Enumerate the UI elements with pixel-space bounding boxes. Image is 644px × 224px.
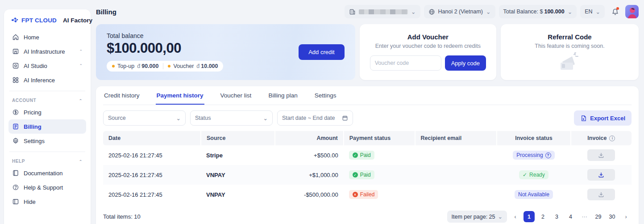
sidebar-item-label: Documentation	[24, 170, 83, 177]
table-row: 2025-02-16 21:27:45 VNPAY +$1,000.00 ✓ P…	[103, 165, 632, 185]
cell-amount: +$1,000.00	[275, 165, 344, 185]
page-button-2[interactable]: 2	[537, 211, 548, 222]
invoice-header-label: Invoice	[587, 135, 607, 141]
sidebar-item-ai-infrastructure[interactable]: AI Infrastructure ⌃	[8, 44, 86, 59]
tab-billing-plan[interactable]: Billing plan	[267, 86, 298, 105]
status-filter-select[interactable]: Status ⌄	[190, 110, 273, 126]
chevron-down-icon: ⌄	[176, 115, 181, 122]
notifications-button[interactable]	[608, 5, 622, 18]
sidebar-item-settings[interactable]: Settings	[8, 134, 86, 148]
sidebar-item-pricing[interactable]: Pricing	[8, 105, 86, 119]
cell-recipient-email	[415, 185, 497, 204]
download-icon	[598, 172, 604, 178]
previous-page-button[interactable]: ‹	[510, 211, 521, 222]
sidebar-item-home[interactable]: Home	[8, 30, 86, 44]
inference-icon	[12, 76, 19, 84]
organization-icon	[349, 8, 356, 15]
add-credit-button[interactable]: Add credit	[299, 44, 345, 60]
divider	[163, 63, 163, 69]
voucher-card-title: Add Voucher	[369, 33, 487, 41]
divider	[9, 91, 85, 91]
page-button-4[interactable]: 4	[565, 211, 576, 222]
status-badge: ✓ Paid	[349, 170, 374, 179]
help-circle-icon	[12, 184, 19, 191]
total-balance-card: Total balance $100.000,00 Top-up đ 90.00…	[96, 24, 355, 80]
download-invoice-button[interactable]	[587, 169, 615, 181]
items-per-page-select[interactable]: Item per page: 25 ⌄	[447, 211, 507, 223]
divider	[9, 152, 85, 152]
chevron-up-icon[interactable]: ⌃	[79, 63, 83, 68]
avatar[interactable]	[625, 5, 639, 18]
invoice-status-badge: Not Available	[515, 190, 553, 199]
next-page-button[interactable]: ›	[620, 211, 632, 222]
top-bar-controls: ⌄ Hanoi 2 (Vietnam) ⌄ Total Balance: $ 1…	[345, 5, 639, 18]
sidebar-item-help-support[interactable]: Help & Support	[8, 180, 86, 194]
total-balance-selector[interactable]: Total Balance: $ 100.000 ⌄	[499, 5, 577, 18]
sidebar-item-hide[interactable]: Hide	[8, 194, 86, 209]
cell-amount: +$500.00	[275, 145, 344, 165]
studio-icon	[12, 62, 19, 69]
voucher-label: Voucher	[173, 63, 194, 69]
sidebar-item-label: Hide	[24, 199, 83, 205]
chevron-down-icon: ⌄	[498, 213, 503, 220]
billing-panel: Credit history Payment history Voucher l…	[96, 86, 639, 224]
page-button-3[interactable]: 3	[551, 211, 562, 222]
topup-label: Top-up	[117, 63, 134, 69]
calendar-icon	[342, 115, 348, 121]
pagination: Item per page: 25 ⌄ ‹ 1 2 3 4 ⋯ 29 30 ›	[447, 211, 632, 223]
language-selector[interactable]: EN ⌄	[580, 5, 605, 18]
tab-credit-history[interactable]: Credit history	[103, 86, 141, 105]
column-header-invoice: Invoice i	[571, 131, 632, 145]
page-button-29[interactable]: 29	[593, 211, 604, 222]
invoice-status-label: Processing	[516, 152, 543, 158]
page-button-30[interactable]: 30	[607, 211, 618, 222]
pagination-ellipsis[interactable]: ⋯	[579, 211, 590, 222]
column-header-amount: Amount	[275, 131, 344, 145]
status-filter-placeholder: Status	[195, 115, 263, 121]
download-icon	[598, 152, 604, 158]
cell-invoice	[571, 185, 632, 204]
source-filter-placeholder: Source	[108, 115, 176, 121]
sidebar-item-ai-studio[interactable]: AI Studio ⌃	[8, 59, 86, 73]
invoice-status-label: Not Available	[518, 191, 549, 198]
sidebar-section-account[interactable]: ACCOUNT ⌃	[8, 95, 86, 105]
app-logo: FPT CLOUD AI Factory	[8, 16, 86, 30]
balance-breakdown: Top-up đ 90.000 Voucher đ 10.000	[107, 61, 223, 72]
region-selector[interactable]: Hanoi 2 (Vietnam) ⌄	[424, 5, 495, 18]
sidebar-item-documentation[interactable]: Documentation	[8, 166, 86, 180]
apply-code-button[interactable]: Apply code	[445, 55, 486, 71]
referral-card-title: Referral Code	[510, 33, 630, 41]
page-button-1[interactable]: 1	[524, 211, 535, 222]
download-invoice-button[interactable]	[587, 149, 615, 161]
sidebar-item-label: Home	[24, 34, 83, 41]
source-filter-select[interactable]: Source ⌄	[103, 110, 186, 126]
date-range-picker[interactable]: Start date ~ End date	[277, 110, 353, 126]
tab-settings[interactable]: Settings	[314, 86, 337, 105]
question-circle-icon[interactable]: ?	[545, 152, 551, 158]
tab-payment-history[interactable]: Payment history	[156, 86, 204, 105]
top-bar: Billing ⌄ Hanoi 2 (Vietnam) ⌄ Total Bala…	[96, 0, 639, 23]
total-balance-value: 100.000	[544, 8, 564, 15]
sidebar-item-billing[interactable]: Billing	[8, 119, 86, 134]
voucher-breakdown: Voucher đ 10.000	[168, 63, 218, 69]
organization-selector[interactable]: ⌄	[345, 5, 420, 18]
chevron-down-icon: ⌄	[596, 8, 600, 15]
sidebar: FPT CLOUD AI Factory Home AI Infrastruct…	[4, 9, 91, 224]
export-excel-button[interactable]: Export Excel	[574, 110, 632, 126]
download-icon	[598, 191, 604, 198]
voucher-code-input[interactable]	[370, 55, 441, 71]
voucher-card-subtitle: Enter your voucher code to redeem credit…	[369, 43, 487, 49]
payment-status-label: Paid	[360, 172, 371, 178]
chevron-up-icon: ⌃	[79, 159, 83, 164]
info-icon[interactable]: i	[609, 135, 615, 141]
tab-voucher-list[interactable]: Voucher list	[220, 86, 253, 105]
invoice-status-badge: ✓ Ready	[519, 170, 548, 179]
billing-tabs: Credit history Payment history Voucher l…	[103, 86, 632, 105]
section-label: ACCOUNT	[12, 98, 79, 103]
download-invoice-button[interactable]	[587, 189, 615, 200]
referral-code-card: Referral Code This feature is coming soo…	[501, 24, 639, 80]
language-label: EN	[585, 8, 592, 15]
sidebar-item-ai-inference[interactable]: AI Inference	[8, 73, 86, 87]
sidebar-section-help[interactable]: HELP ⌃	[8, 156, 86, 166]
chevron-up-icon[interactable]: ⌃	[79, 49, 83, 54]
